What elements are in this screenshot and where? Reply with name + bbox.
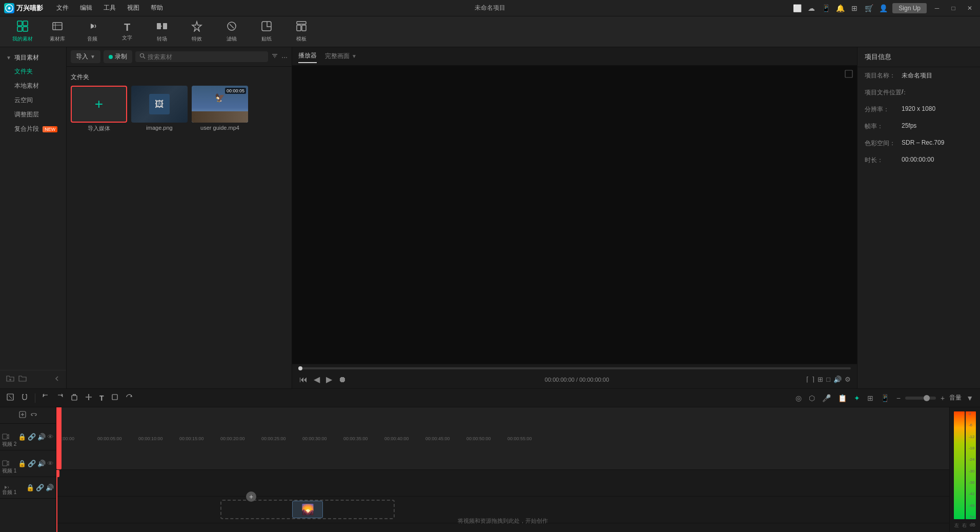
snap-icon[interactable]: ⬡: [806, 392, 818, 404]
track-audio1-lock[interactable]: 🔒: [26, 484, 34, 491]
more-options-icon[interactable]: ···: [281, 53, 288, 61]
select-tool[interactable]: [4, 392, 16, 404]
track-video2-lock[interactable]: 🔒: [18, 433, 26, 441]
left-item-compound[interactable]: 复合片段 NEW: [2, 122, 64, 136]
fullscreen-icon[interactable]: [845, 70, 853, 80]
left-item-cloud[interactable]: 云空间: [2, 93, 64, 107]
tool-effects[interactable]: 特效: [180, 18, 213, 45]
plus-icon[interactable]: +: [938, 392, 947, 404]
tool-audio[interactable]: 音频: [76, 18, 109, 45]
monitor-icon[interactable]: ⬜: [792, 3, 802, 13]
crop-tool[interactable]: [109, 392, 121, 404]
close-button[interactable]: ✕: [964, 2, 976, 14]
play-backward-button[interactable]: ◀: [313, 373, 321, 385]
scrubber-knob[interactable]: [298, 366, 302, 370]
tool-sticker[interactable]: 贴纸: [250, 18, 283, 45]
mark-in-icon[interactable]: ⌈: [806, 376, 809, 383]
menu-file[interactable]: 文件: [51, 2, 74, 14]
tool-transition[interactable]: 转场: [146, 18, 178, 45]
speed-dial-icon[interactable]: ◎: [793, 392, 804, 404]
maximize-button[interactable]: □: [947, 2, 959, 14]
tool-asset-lib[interactable]: 素材库: [41, 18, 74, 45]
track-video2-audio[interactable]: 🔊: [37, 433, 46, 441]
minus-icon[interactable]: −: [894, 392, 903, 404]
left-item-adjust[interactable]: 调整图层: [2, 108, 64, 122]
project-assets-header[interactable]: ▼ 项目素材: [0, 51, 66, 64]
ai-icon[interactable]: ✦: [851, 392, 863, 404]
tool-filter[interactable]: 滤镜: [215, 18, 248, 45]
minimize-button[interactable]: ─: [931, 2, 943, 14]
track-video2-eye[interactable]: 👁: [47, 433, 54, 441]
tool-my-assets[interactable]: 我的素材: [6, 18, 39, 45]
app-container: 万兴喵影 文件 编辑 工具 视图 帮助 未命名项目 ⬜ ☁ 📱 🔔 ⊞ 🛒 👤 …: [0, 0, 980, 532]
cloud-icon[interactable]: ☁: [806, 3, 816, 13]
vol-footer-db: dB: [970, 522, 975, 529]
track-video1-link[interactable]: 🔗: [28, 460, 36, 467]
volume-control-icon[interactable]: 🔊: [833, 376, 842, 383]
settings-icon[interactable]: ⚙: [845, 376, 851, 383]
add-media-icon[interactable]: [19, 411, 26, 420]
mic-icon[interactable]: 🎤: [820, 392, 833, 404]
track-audio1-link[interactable]: 🔗: [36, 484, 44, 491]
add-to-track-button[interactable]: +: [246, 491, 256, 502]
redo-tool[interactable]: [54, 392, 66, 404]
skip-to-start-button[interactable]: ⏮: [298, 374, 309, 385]
bell-icon[interactable]: 🔔: [835, 3, 845, 13]
snapshot-icon[interactable]: □: [826, 376, 830, 383]
media-item-video[interactable]: 🦅 00:00:05 user guide.mp4: [192, 86, 248, 132]
text-tool[interactable]: T: [97, 392, 107, 404]
playback-controls: ⏮ ◀ ▶ ⏺ 00:00:00:00 / 00:00:00:00 ⌈ ⌉ ⊞ …: [298, 373, 851, 385]
phone2-icon[interactable]: 📱: [878, 392, 892, 404]
import-media-item[interactable]: + 导入媒体: [71, 86, 127, 132]
clip-icon[interactable]: 📋: [835, 392, 849, 404]
track-video1-eye[interactable]: 👁: [47, 460, 54, 467]
left-item-local[interactable]: 本地素材: [2, 79, 64, 93]
media-item-image[interactable]: 🖼 image.png: [131, 86, 188, 132]
filter-options-icon[interactable]: [271, 52, 278, 61]
add-folder-icon[interactable]: [6, 375, 14, 384]
track-video2-type-icon: [2, 433, 9, 441]
menu-view[interactable]: 视图: [122, 2, 145, 14]
cart-icon[interactable]: 🛒: [864, 3, 874, 13]
track-audio1-volume[interactable]: 🔊: [46, 484, 54, 491]
folder-icon[interactable]: [18, 375, 27, 384]
timeline-scrubber[interactable]: [298, 367, 851, 369]
speed-icon[interactable]: ⊞: [818, 376, 823, 383]
drop-zone[interactable]: 🌄: [220, 500, 395, 519]
search-input[interactable]: [148, 53, 264, 61]
track-video1-audio[interactable]: 🔊: [37, 460, 46, 467]
record-button[interactable]: 录制: [104, 50, 132, 63]
track-video2-link[interactable]: 🔗: [28, 433, 36, 441]
rotate-tool[interactable]: [123, 392, 135, 404]
signup-button[interactable]: Sign Up: [892, 3, 927, 13]
vol-label-54: -54: [969, 515, 975, 519]
left-item-folder[interactable]: 文件夹: [2, 65, 64, 78]
play-button[interactable]: ▶: [325, 373, 333, 385]
grid-icon[interactable]: ⊞: [849, 3, 860, 13]
ruler-mark-7: 00:00:35:00: [343, 436, 368, 441]
mark-out-icon[interactable]: ⌉: [812, 376, 814, 383]
playhead-marker[interactable]: [56, 407, 62, 469]
tab-player[interactable]: 播放器: [298, 49, 317, 63]
render-icon[interactable]: ⊞: [865, 392, 876, 404]
track-video1-lock[interactable]: 🔒: [18, 460, 26, 467]
record-video-button[interactable]: ⏺: [337, 374, 348, 385]
tab-full[interactable]: 完整画面 ▼: [325, 50, 357, 63]
adjust-label: 调整图层: [14, 111, 39, 118]
volume-icon[interactable]: ▼: [964, 392, 976, 404]
collapse-icon[interactable]: [54, 376, 60, 383]
tool-text[interactable]: T 文字: [111, 18, 144, 45]
delete-tool[interactable]: [68, 392, 80, 404]
split-tool[interactable]: [83, 392, 95, 404]
menu-help[interactable]: 帮助: [146, 2, 168, 14]
menu-edit[interactable]: 编辑: [75, 2, 97, 14]
tool-template[interactable]: 模板: [285, 18, 318, 45]
menu-tools[interactable]: 工具: [98, 2, 121, 14]
magnet-tool[interactable]: [18, 392, 31, 404]
zoom-slider[interactable]: [905, 397, 936, 400]
undo-tool[interactable]: [39, 392, 52, 404]
phone-icon[interactable]: 📱: [821, 3, 831, 13]
link-tracks-icon[interactable]: [30, 411, 37, 420]
import-button[interactable]: 导入 ▼: [71, 50, 100, 63]
user-icon[interactable]: 👤: [878, 3, 888, 13]
